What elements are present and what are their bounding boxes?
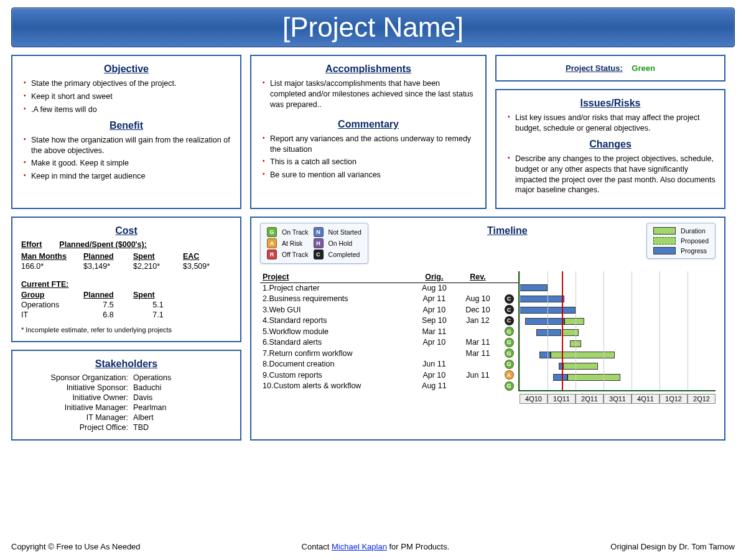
table-row: 7.Return confirm workflowMar 11G bbox=[260, 348, 518, 359]
gantt-name: 1.Project charter bbox=[260, 283, 413, 294]
bar-legend: DurationProposedProgress bbox=[646, 223, 716, 259]
gantt-orig: Sep 10 bbox=[413, 315, 456, 326]
list-item: State the primary objectives of the proj… bbox=[24, 78, 231, 89]
status-dot-G: G bbox=[267, 227, 277, 237]
objective-panel: Objective State the primary objectives o… bbox=[11, 55, 241, 209]
list-item: List key issues and/or risks that may af… bbox=[508, 113, 716, 134]
heading-timeline: Timeline bbox=[377, 225, 638, 236]
cost-col: Spent bbox=[133, 251, 183, 261]
list-item: Keep in mind the target audience bbox=[24, 171, 231, 182]
axis-label: 2Q11 bbox=[576, 394, 604, 404]
gantt-orig: Apr 10 bbox=[413, 304, 456, 315]
footer-left: Copyright © Free to Use As Needed bbox=[11, 542, 141, 551]
timeline-panel: GOn TrackNNot StartedAAt RiskHOn HoldROf… bbox=[250, 217, 725, 441]
title-bar: [Project Name] bbox=[11, 7, 735, 47]
footer-link[interactable]: Michael Kaplan bbox=[332, 542, 387, 551]
fte-col: Group bbox=[21, 290, 83, 300]
gantt-bar bbox=[536, 329, 561, 336]
stakeholders-panel: Stakeholders Sponsor Organization:Operat… bbox=[11, 350, 241, 441]
gantt-rev bbox=[456, 380, 500, 391]
gantt-rev: Mar 11 bbox=[456, 337, 500, 348]
gantt-name: 10.Custom alerts & workflow bbox=[260, 380, 413, 391]
changes-list: Describe any changes to the project obje… bbox=[505, 154, 716, 196]
footer: Copyright © Free to Use As Needed Contac… bbox=[11, 542, 735, 551]
table-row: 6.Standard alertsApr 10Mar 11G bbox=[260, 337, 518, 348]
legend-label: Proposed bbox=[681, 237, 709, 245]
axis-label: 1Q11 bbox=[548, 394, 576, 404]
gantt-col: Orig. bbox=[413, 271, 456, 283]
fte-cell: 7.1 bbox=[133, 310, 183, 320]
list-item: List major tasks/accomplishments that ha… bbox=[263, 78, 477, 110]
list-item: Keep it short and sweet bbox=[24, 91, 231, 102]
gantt-rev: Dec 10 bbox=[456, 304, 500, 315]
gantt-bar bbox=[539, 352, 551, 358]
gantt-status: G bbox=[500, 358, 518, 370]
cost-footnote: * Incomplete estimate, refer to underlyi… bbox=[21, 326, 231, 334]
heading-issues: Issues/Risks bbox=[505, 98, 716, 109]
effort-label: Effort bbox=[21, 240, 42, 249]
page-container: [Project Name] Objective State the prima… bbox=[0, 0, 746, 560]
gantt-bar bbox=[520, 284, 548, 291]
stakeholder-label: Initiative Owner: bbox=[21, 393, 133, 402]
table-row: 9.Custom reportsApr 10Jun 11A bbox=[260, 370, 518, 381]
stakeholder-label: Initiative Manager: bbox=[21, 403, 133, 412]
gantt-orig: Apr 11 bbox=[413, 293, 456, 304]
issues-list: List key issues and/or risks that may af… bbox=[505, 113, 716, 134]
gantt-bar bbox=[564, 318, 584, 325]
gantt-bar bbox=[525, 318, 564, 325]
gantt-table: Project Orig. Rev. 1.Project charterAug … bbox=[260, 271, 518, 391]
list-item: Report any variances and the actions und… bbox=[263, 134, 477, 155]
gantt-orig: Apr 10 bbox=[413, 370, 456, 381]
table-row: 10.Custom alerts & workflowAug 11G bbox=[260, 380, 518, 391]
gantt-rev: Mar 11 bbox=[456, 348, 500, 359]
legend-label: Not Started bbox=[329, 228, 361, 236]
heading-commentary: Commentary bbox=[260, 119, 477, 130]
heading-benefit: Benefit bbox=[21, 120, 231, 131]
cost-col: EAC bbox=[183, 251, 233, 261]
legend-label: Duration bbox=[681, 227, 709, 235]
right-col: Project Status: Green Issues/Risks List … bbox=[495, 55, 725, 209]
gantt-name: 9.Custom reports bbox=[260, 370, 413, 381]
table-row: 8.Document creationJun 11G bbox=[260, 358, 518, 370]
heading-changes: Changes bbox=[505, 139, 716, 150]
fte-cell: 7.5 bbox=[83, 300, 133, 310]
gantt-bar bbox=[520, 296, 564, 302]
legend-label: At Risk bbox=[282, 240, 309, 247]
list-item: Make it good. Keep it simple bbox=[24, 158, 231, 169]
gantt-rev bbox=[456, 326, 500, 337]
stakeholder-value: TBD bbox=[133, 423, 220, 432]
status-dot-A: A bbox=[267, 238, 277, 248]
footer-right: Original Design by Dr. Tom Tarnow bbox=[610, 542, 735, 551]
status-label: Project Status: bbox=[566, 63, 623, 73]
fte-cell: Operations bbox=[21, 300, 83, 310]
gantt-bar bbox=[563, 363, 598, 370]
stakeholder-label: Project Office: bbox=[21, 423, 133, 432]
gantt-col: Rev. bbox=[456, 271, 500, 283]
gantt-name: 8.Document creation bbox=[260, 358, 413, 370]
fte-col: Spent bbox=[133, 290, 183, 300]
gantt-bar bbox=[551, 352, 615, 358]
gantt-orig: Mar 11 bbox=[413, 326, 456, 337]
legend-label: Completed bbox=[329, 251, 361, 258]
table-row: 4.Standard reportsSep 10Jan 12C bbox=[260, 315, 518, 326]
axis-label: 1Q12 bbox=[660, 394, 688, 404]
footer-mid: Contact Michael Kaplan for PM Products. bbox=[302, 542, 450, 551]
accomplishments-panel: Accomplishments List major tasks/accompl… bbox=[250, 55, 487, 209]
gantt-status: G bbox=[500, 337, 518, 348]
gantt-status: C bbox=[500, 293, 518, 304]
gantt-rev: Jan 12 bbox=[456, 315, 500, 326]
status-dot-C: C bbox=[314, 250, 324, 259]
heading-accomplishments: Accomplishments bbox=[260, 63, 477, 75]
cost-val: 166.0* bbox=[21, 261, 83, 271]
fte-cell: 5.1 bbox=[133, 300, 183, 310]
legend-label: On Track bbox=[282, 228, 309, 236]
list-item: Be sure to mention all variances bbox=[263, 170, 477, 180]
cost-col: Man Months bbox=[21, 251, 83, 261]
stakeholder-label: IT Manager: bbox=[21, 413, 133, 422]
benefit-list: State how the organization will gain fro… bbox=[21, 135, 231, 182]
gantt-name: 4.Standard reports bbox=[260, 315, 413, 326]
stakeholder-label: Sponsor Organization: bbox=[21, 373, 133, 382]
table-row: 5.Workflow moduleMar 11G bbox=[260, 326, 518, 337]
gantt-rev bbox=[456, 283, 500, 294]
gantt-status bbox=[500, 283, 518, 294]
